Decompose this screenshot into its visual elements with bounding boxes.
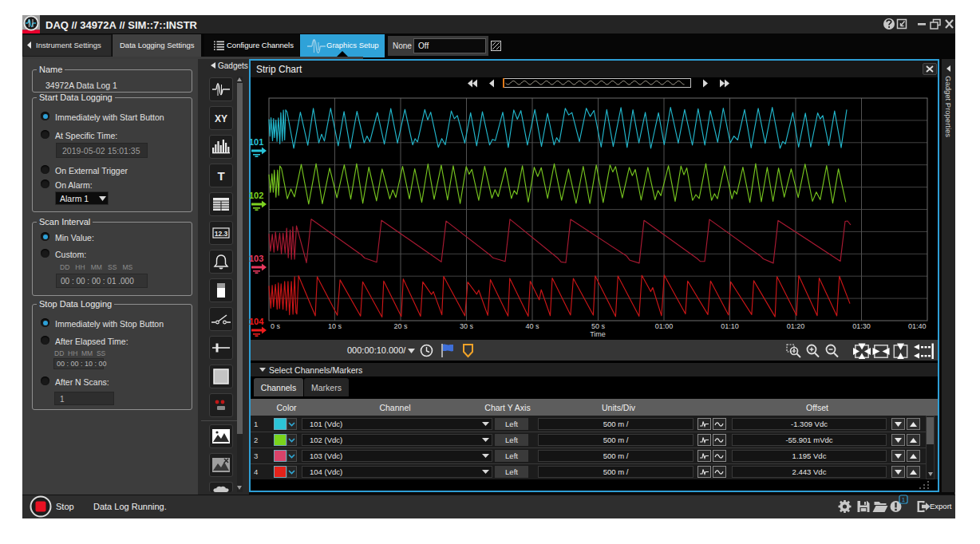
svg-text:1: 1 (902, 496, 906, 503)
